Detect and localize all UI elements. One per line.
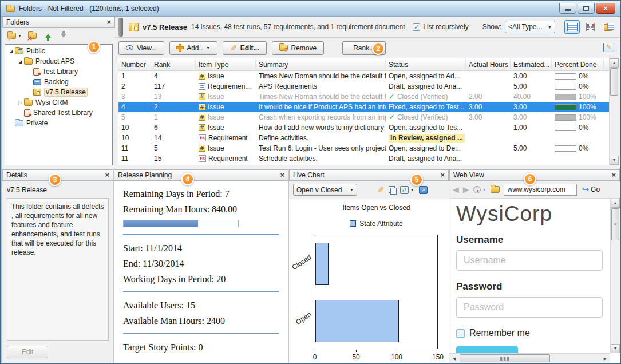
webview-horizontal-scrollbar[interactable]: ◀ ▮▮▮ ▶: [449, 353, 610, 363]
forward-icon[interactable]: ▶: [463, 186, 469, 193]
delete-folder-icon[interactable]: [28, 33, 37, 39]
tree-item[interactable]: Private: [5, 118, 112, 128]
history-icon: [473, 186, 481, 193]
table-vertical-scrollbar[interactable]: ▲ ▼: [609, 58, 619, 165]
table-row[interactable]: 5 1 Issue Crash when exporting records f…: [118, 112, 619, 122]
login-button[interactable]: LOG IN: [456, 346, 518, 353]
tree-item[interactable]: Shared Test Library: [5, 108, 112, 118]
release-planning-panel: Release Planning × Remaining Days in Per…: [113, 169, 288, 363]
move-up-icon[interactable]: [45, 34, 51, 38]
release-planning-close-icon[interactable]: ×: [280, 172, 284, 179]
scroll-right-button[interactable]: ▶: [601, 354, 610, 363]
table-row[interactable]: 4 2 Issue It would be nice if Product AP…: [118, 102, 619, 112]
chart-selector-dropdown[interactable]: Open v Closed ▼: [293, 184, 357, 196]
legend-label: State Attribute: [359, 220, 402, 228]
column-header-estimated[interactable]: Estimated...: [511, 58, 552, 70]
scroll-down-button[interactable]: ▼: [610, 156, 619, 165]
view-button[interactable]: View...: [118, 41, 164, 55]
cell-estimated: 3.00: [511, 112, 552, 122]
table-row[interactable]: 3 13 Issue Times New Roman should be the…: [118, 92, 619, 102]
tree-item[interactable]: ▷ Wysi CRM: [5, 97, 112, 108]
percent-bar: [555, 94, 576, 100]
window-title: Folders - Not Filtered - (120 items, 1 s…: [19, 5, 159, 13]
tree-expander-icon[interactable]: ▷: [17, 100, 24, 105]
item-type-label: Issue: [208, 72, 224, 80]
table-row[interactable]: 11 5 Issue Test Run 6: Login - User sees…: [118, 143, 619, 153]
home-icon[interactable]: [491, 186, 500, 193]
folder-view-button[interactable]: [601, 20, 616, 34]
remove-button[interactable]: Remove: [272, 41, 325, 55]
titlebar[interactable]: Folders - Not Filtered - (120 items, 1 s…: [1, 1, 620, 17]
table-row[interactable]: 1 4 Issue Times New Roman should be the …: [118, 71, 619, 81]
chart-refresh-button[interactable]: ⇄ ▼: [400, 186, 414, 194]
add-folder-button[interactable]: ▼: [7, 33, 22, 39]
column-header-item-type[interactable]: Item Type: [196, 58, 256, 70]
details-close-icon[interactable]: ×: [105, 172, 109, 179]
url-input[interactable]: [504, 184, 577, 196]
chart-copy-icon[interactable]: [389, 186, 395, 193]
password-field[interactable]: [456, 297, 603, 318]
chart-title: Items Open vs Closed: [315, 204, 438, 212]
chart-popout-icon[interactable]: ↗: [419, 186, 428, 194]
folders-close-icon[interactable]: ×: [106, 19, 111, 26]
scroll-up-button[interactable]: ▲: [611, 199, 620, 208]
chart-selector-value: Open v Closed: [296, 186, 350, 194]
restore-button[interactable]: [578, 3, 595, 14]
scroll-thumb[interactable]: ▮▮▮: [460, 354, 550, 362]
column-header-number[interactable]: Number: [118, 58, 151, 70]
pencil-icon: ✎: [230, 45, 237, 52]
tree-expander-icon[interactable]: ◢: [17, 59, 24, 64]
scroll-thumb[interactable]: ≡: [611, 208, 619, 240]
edit-button[interactable]: ✎ Edit...: [223, 41, 266, 55]
remember-me-checkbox[interactable]: [456, 329, 465, 338]
scroll-left-button[interactable]: ◀: [450, 354, 458, 363]
main-area: v7.5 Release 14 issues, 48 test runs, 57…: [115, 17, 620, 168]
card-view-button[interactable]: [583, 20, 598, 34]
table-row[interactable]: 10 14 Requirement Define activities. In …: [118, 133, 619, 143]
remove-folder-icon: [279, 45, 288, 51]
item-type-label: Issue: [208, 144, 224, 152]
go-button[interactable]: ↪ Go: [582, 185, 600, 193]
tree-item[interactable]: Backlog: [5, 77, 112, 87]
table-row[interactable]: 11 15 Requirement Schedule activities. D…: [118, 153, 619, 164]
release-planning-body: Remaining Days in Period: 7 Remaining Ma…: [114, 181, 288, 363]
table-row[interactable]: 2 117 Requiremen... APS Requirements Dra…: [118, 81, 619, 92]
move-down-icon[interactable]: [61, 34, 66, 38]
table-row[interactable]: 10 6 Issue How do I add new words to my …: [118, 122, 619, 133]
column-header-rank[interactable]: Rank: [151, 58, 196, 70]
chart-area: Items Open vs Closed State Attribute Clo…: [289, 199, 449, 363]
tree-item[interactable]: v7.5 Release: [5, 87, 112, 97]
header-grip-handle[interactable]: [118, 18, 123, 37]
edit-layout-icon[interactable]: ✎: [603, 43, 614, 52]
tree-item[interactable]: ◢ Product APS: [5, 56, 112, 66]
cell-number: 11: [118, 153, 151, 164]
show-type-dropdown[interactable]: <All Type... ▼: [505, 21, 555, 33]
minimize-button[interactable]: [559, 3, 576, 14]
tree-expander-icon[interactable]: ◢: [7, 49, 15, 54]
details-item-name: v7.5 Release: [7, 186, 109, 194]
chart-edit-icon[interactable]: ✎: [377, 187, 384, 193]
list-recursively-checkbox[interactable]: ✓: [413, 23, 420, 31]
webview-vertical-scrollbar[interactable]: ▲ ≡ ▼: [610, 199, 620, 353]
plus-icon: [177, 45, 183, 51]
list-view-button[interactable]: [564, 20, 580, 34]
tree-item-label: Wysi CRM: [35, 98, 68, 106]
tree-item[interactable]: Test Library: [5, 66, 112, 77]
column-header-status[interactable]: Status: [386, 58, 466, 70]
column-header-actual-hours[interactable]: Actual Hours: [466, 58, 511, 70]
live-chart-close-icon[interactable]: ×: [440, 172, 445, 179]
column-header-summary[interactable]: Summary: [256, 58, 386, 70]
scroll-down-button[interactable]: ▼: [611, 344, 620, 353]
username-field[interactable]: [456, 250, 603, 271]
add-folder-icon: [7, 33, 16, 39]
add-button[interactable]: Add.. ▼: [169, 41, 217, 55]
column-header-percent-done[interactable]: Percent Done: [552, 58, 604, 70]
scroll-up-button[interactable]: ▲: [610, 58, 619, 68]
history-button[interactable]: ▼: [473, 186, 486, 193]
back-icon[interactable]: ◀: [453, 186, 459, 193]
web-view-close-icon[interactable]: ×: [611, 172, 616, 179]
tree-item-label: Private: [26, 119, 48, 127]
close-button[interactable]: ×: [596, 3, 615, 14]
details-edit-button[interactable]: Edit: [7, 346, 48, 358]
scroll-thumb[interactable]: [610, 68, 618, 96]
